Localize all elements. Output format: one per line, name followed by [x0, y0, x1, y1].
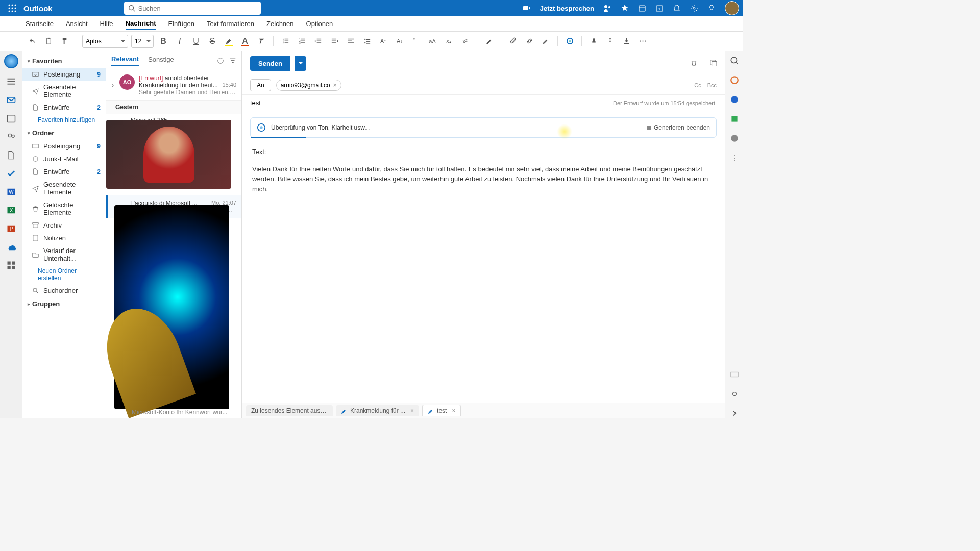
files-rail-icon[interactable] [6, 150, 16, 160]
bell-icon[interactable] [673, 4, 681, 12]
decreasefont-button[interactable]: A↓ [393, 35, 406, 48]
outdent-button[interactable] [311, 35, 325, 48]
highlight-button[interactable] [222, 35, 235, 48]
popout-button[interactable] [709, 59, 717, 68]
meet-now-button[interactable]: Jetzt besprechen [540, 5, 594, 12]
bottom-tab-draft1[interactable]: Krankmeldung für ...× [336, 405, 419, 416]
copilot-button[interactable] [563, 35, 576, 48]
close-tab-icon[interactable]: × [452, 407, 455, 414]
attach-button[interactable] [506, 35, 520, 48]
font-select[interactable]: Aptos [82, 35, 128, 48]
quote-button[interactable]: ” [409, 35, 423, 48]
folder-conversation[interactable]: Verlauf der Unterhalt... [22, 244, 106, 265]
filter-icon[interactable] [229, 57, 236, 64]
hamburger-icon[interactable] [6, 77, 16, 87]
folder-inbox[interactable]: Posteingang9 [22, 140, 106, 153]
search-input[interactable] [138, 5, 257, 12]
tab-relevant[interactable]: Relevant [111, 55, 139, 66]
clear-format-button[interactable] [255, 35, 268, 48]
send-button[interactable]: Senden [250, 56, 290, 71]
folder-inbox-fav[interactable]: Posteingang9 [22, 68, 106, 81]
indent-button[interactable] [328, 35, 341, 48]
mail-rail-icon[interactable] [6, 95, 16, 105]
moreapp-rail-icon[interactable] [6, 260, 16, 270]
undo-button[interactable] [26, 35, 39, 48]
app3-rail-icon[interactable] [730, 134, 739, 143]
recipient-chip[interactable]: arnio93@gmail.co× [276, 80, 341, 91]
groups-header[interactable]: ▸Gruppen [22, 297, 106, 311]
align-button[interactable] [344, 35, 357, 48]
linespace-button[interactable] [360, 35, 374, 48]
folder-notes[interactable]: Notizen [22, 232, 106, 244]
onedrive-rail-icon[interactable] [6, 242, 16, 252]
message-item[interactable]: › AO [Entwurf] arnold oberleiter 15:40Kr… [106, 70, 241, 101]
expand-rail-icon[interactable] [730, 409, 739, 418]
word-rail-icon[interactable]: W [6, 187, 16, 197]
paste-button[interactable] [42, 35, 55, 48]
bold-button[interactable]: B [157, 35, 170, 48]
tab-optionen[interactable]: Optionen [306, 18, 333, 30]
copilot-rail-icon[interactable] [4, 54, 18, 68]
tab-zeichnen[interactable]: Zeichnen [266, 18, 293, 30]
premium-icon[interactable] [621, 4, 629, 12]
search-box[interactable] [124, 2, 261, 15]
more-button[interactable] [636, 35, 649, 48]
panel-icon[interactable] [730, 370, 739, 379]
bottom-tab-draft2[interactable]: test× [422, 405, 461, 416]
tab-textformat[interactable]: Text formatieren [207, 18, 254, 30]
tab-ansicht[interactable]: Ansicht [66, 18, 88, 30]
subject-input[interactable] [250, 99, 613, 107]
gear-rail-icon[interactable] [730, 389, 739, 398]
folder-archive[interactable]: Archiv [22, 219, 106, 232]
folder-sent-fav[interactable]: Gesendete Elemente [22, 81, 106, 101]
tips-icon[interactable] [707, 4, 716, 12]
styles-button[interactable] [482, 35, 496, 48]
message-body[interactable]: Text: Vielen Dank für Ihre netten Worte … [242, 142, 725, 199]
tab-other[interactable]: Sonstige [148, 56, 174, 65]
subscript-button[interactable]: x₂ [442, 35, 455, 48]
calendar-rail-icon[interactable] [6, 113, 16, 123]
account-avatar[interactable] [725, 1, 739, 15]
app2-rail-icon[interactable] [730, 114, 739, 123]
format-painter-button[interactable] [58, 35, 71, 48]
favorites-header[interactable]: ▾Favoriten [22, 54, 106, 68]
stop-generating-button[interactable]: Generieren beenden [646, 124, 710, 131]
app-launcher[interactable] [4, 0, 20, 16]
superscript-button[interactable]: x² [458, 35, 472, 48]
cc-button[interactable]: Cc [694, 82, 701, 88]
add-favorite[interactable]: Favoriten hinzufügen [22, 114, 106, 126]
meet-icon[interactable] [523, 4, 531, 12]
more-rail-icon[interactable]: ⋮ [730, 153, 739, 163]
strike-button[interactable]: S [206, 35, 219, 48]
remove-recipient-icon[interactable]: × [333, 82, 337, 89]
folders-header[interactable]: ▾Ordner [22, 126, 106, 140]
copilot-rail-icon[interactable] [730, 76, 739, 85]
tab-nachricht[interactable]: Nachricht [126, 17, 156, 30]
case-button[interactable]: aA [426, 35, 439, 48]
day-icon[interactable]: 1 [655, 4, 664, 12]
folder-junk[interactable]: Junk-E-Mail [22, 153, 106, 165]
message-item[interactable]: Mo, 21:07L'acquisto di Microsoft ... Gra… [106, 195, 241, 218]
new-folder[interactable]: Neuen Ordner erstellen [22, 265, 106, 284]
todo-rail-icon[interactable] [6, 168, 16, 179]
teams-icon[interactable] [603, 4, 611, 12]
download-button[interactable] [620, 35, 633, 48]
folder-drafts-fav[interactable]: Entwürfe2 [22, 101, 106, 114]
ppt-rail-icon[interactable]: P [6, 223, 16, 234]
underline-button[interactable]: U [189, 35, 203, 48]
signature-button[interactable] [539, 35, 552, 48]
settings-icon[interactable] [690, 4, 698, 12]
close-tab-icon[interactable]: × [410, 407, 414, 414]
tab-hilfe[interactable]: Hilfe [100, 18, 113, 30]
folder-search[interactable]: Suchordner [22, 284, 106, 297]
send-split-button[interactable] [295, 56, 306, 71]
to-button[interactable]: An [250, 79, 271, 91]
people-rail-icon[interactable] [6, 132, 16, 142]
search-rail-icon[interactable] [730, 56, 739, 65]
italic-button[interactable]: I [173, 35, 186, 48]
increasefont-button[interactable]: A↑ [377, 35, 390, 48]
bullets-button[interactable] [279, 35, 292, 48]
folder-sent[interactable]: Gesendete Elemente [22, 178, 106, 198]
excel-rail-icon[interactable]: X [6, 205, 16, 215]
bottom-tab-reading[interactable]: Zu lesendes Element ausw... [246, 405, 333, 416]
